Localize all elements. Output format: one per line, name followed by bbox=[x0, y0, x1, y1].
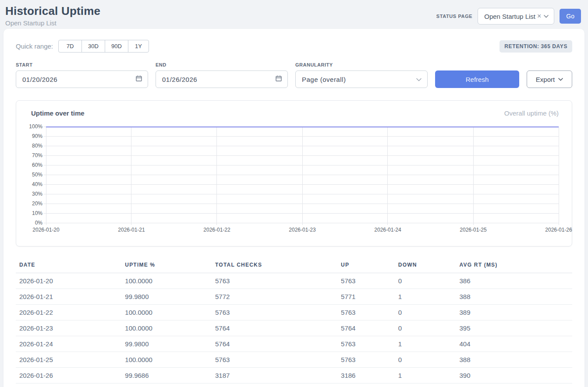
main-panel: Quick range: 7D30D90D1Y RETENTION: 365 D… bbox=[4, 29, 584, 387]
x-axis-tick-label: 2026-01-23 bbox=[289, 227, 315, 233]
filters-row: START 01/20/2026 END 01/26/2026 GRANULAR… bbox=[16, 62, 572, 88]
table-column-header: DATE bbox=[16, 258, 121, 273]
end-date-value: 01/26/2026 bbox=[162, 76, 197, 83]
table-cell: 388 bbox=[456, 352, 572, 368]
table-column-header: AVG RT (MS) bbox=[456, 258, 572, 273]
table-cell: 5763 bbox=[212, 305, 337, 320]
table-cell: 5771 bbox=[337, 289, 395, 305]
table-row: 2026-01-2699.9686318731861390 bbox=[16, 368, 572, 383]
quick-range-30d[interactable]: 30D bbox=[81, 40, 105, 53]
chart-body: 100%90%80%70%60%50%40%30%20%10%0% bbox=[27, 127, 559, 223]
end-date-input[interactable]: 01/26/2026 bbox=[156, 70, 288, 88]
chart-x-axis: 2026-01-202026-01-212026-01-222026-01-23… bbox=[46, 226, 559, 236]
granularity-select[interactable]: Page (overall) bbox=[295, 70, 428, 88]
export-button[interactable]: Export bbox=[527, 70, 572, 88]
table-header-row: DATEUPTIME %TOTAL CHECKSUPDOWNAVG RT (MS… bbox=[16, 258, 572, 273]
y-axis-tick-label: 30% bbox=[32, 191, 43, 197]
start-date-group: START 01/20/2026 bbox=[16, 62, 148, 88]
y-axis-tick-label: 20% bbox=[32, 201, 43, 207]
table-cell: 390 bbox=[456, 368, 572, 383]
page-subtitle: Open Startup List bbox=[5, 19, 100, 27]
table-cell: 2026-01-20 bbox=[16, 273, 121, 289]
quick-range-7d[interactable]: 7D bbox=[58, 40, 82, 53]
page-header: Historical Uptime Open Startup List STAT… bbox=[0, 0, 588, 29]
chart-plot-area bbox=[46, 127, 559, 223]
table-cell: 1 bbox=[395, 336, 456, 352]
start-date-label: START bbox=[16, 62, 148, 67]
chart-legend: Overall uptime (%) bbox=[504, 109, 559, 117]
uptime-table: DATEUPTIME %TOTAL CHECKSUPDOWNAVG RT (MS… bbox=[16, 258, 572, 383]
calendar-icon[interactable] bbox=[135, 75, 142, 84]
table-cell: 389 bbox=[456, 305, 572, 320]
table-cell: 1 bbox=[395, 368, 456, 383]
quick-range-buttons: 7D30D90D1Y bbox=[58, 40, 149, 53]
start-date-value: 01/20/2026 bbox=[22, 76, 57, 83]
x-axis-tick-label: 2026-01-21 bbox=[118, 227, 145, 233]
table-cell: 2026-01-24 bbox=[16, 336, 121, 352]
table-header: DATEUPTIME %TOTAL CHECKSUPDOWNAVG RT (MS… bbox=[16, 258, 572, 273]
x-axis-tick-label: 2026-01-20 bbox=[32, 227, 59, 233]
header-controls: STATUS PAGE Open Startup List × Go bbox=[436, 8, 581, 25]
clear-selection-icon[interactable]: × bbox=[537, 13, 541, 20]
status-page-label: STATUS PAGE bbox=[436, 14, 472, 19]
y-axis-tick-label: 80% bbox=[32, 143, 43, 149]
table-row: 2026-01-20100.0000576357630386 bbox=[16, 273, 572, 289]
table-cell: 100.0000 bbox=[121, 305, 212, 320]
table-cell: 3186 bbox=[337, 368, 395, 383]
table-row: 2026-01-22100.0000576357630389 bbox=[16, 305, 572, 320]
page-title: Historical Uptime bbox=[5, 4, 100, 18]
y-axis-tick-label: 100% bbox=[29, 123, 43, 130]
table-cell: 5764 bbox=[212, 336, 337, 352]
table-cell: 395 bbox=[456, 320, 572, 336]
status-page-selected-value: Open Startup List bbox=[484, 13, 535, 20]
end-date-label: END bbox=[156, 62, 288, 67]
refresh-button[interactable]: Refresh bbox=[435, 70, 519, 88]
table-row: 2026-01-2199.9800577257711388 bbox=[16, 289, 572, 305]
table-cell: 5764 bbox=[212, 320, 337, 336]
table-cell: 5763 bbox=[337, 352, 395, 368]
table-column-header: TOTAL CHECKS bbox=[212, 258, 337, 273]
table-cell: 5763 bbox=[212, 352, 337, 368]
uptime-line-series bbox=[46, 127, 559, 223]
quick-range-1y[interactable]: 1Y bbox=[128, 40, 149, 53]
table-cell: 2026-01-22 bbox=[16, 305, 121, 320]
x-axis-tick-label: 2026-01-26 bbox=[545, 227, 572, 233]
table-column-header: UP bbox=[337, 258, 395, 273]
quick-range-label: Quick range: bbox=[16, 42, 53, 50]
retention-badge: RETENTION: 365 DAYS bbox=[499, 40, 572, 53]
export-button-label: Export bbox=[536, 76, 555, 83]
table-cell: 100.0000 bbox=[121, 352, 212, 368]
chevron-down-icon bbox=[416, 78, 421, 81]
calendar-icon[interactable] bbox=[275, 75, 282, 84]
table-cell: 0 bbox=[395, 320, 456, 336]
table-cell: 2026-01-21 bbox=[16, 289, 121, 305]
table-row: 2026-01-2499.9800576457631404 bbox=[16, 336, 572, 352]
table-cell: 100.0000 bbox=[121, 320, 212, 336]
y-axis-tick-label: 40% bbox=[32, 181, 43, 187]
quick-range-90d[interactable]: 90D bbox=[105, 40, 128, 53]
table-column-header: UPTIME % bbox=[121, 258, 212, 273]
go-button[interactable]: Go bbox=[560, 9, 581, 24]
x-axis-tick-label: 2026-01-24 bbox=[374, 227, 401, 233]
granularity-label: GRANULARITY bbox=[295, 62, 428, 67]
uptime-chart-card: Uptime over time Overall uptime (%) 100%… bbox=[16, 100, 572, 246]
y-axis-tick-label: 0% bbox=[35, 220, 43, 226]
table-cell: 99.9800 bbox=[121, 289, 212, 305]
table-cell: 5764 bbox=[337, 320, 395, 336]
table-cell: 0 bbox=[395, 273, 456, 289]
x-axis-tick-label: 2026-01-22 bbox=[203, 227, 230, 233]
table-row: 2026-01-25100.0000576357630388 bbox=[16, 352, 572, 368]
table-cell: 100.0000 bbox=[121, 273, 212, 289]
start-date-input[interactable]: 01/20/2026 bbox=[16, 70, 148, 88]
table-row: 2026-01-23100.0000576457640395 bbox=[16, 320, 572, 336]
table-cell: 2026-01-23 bbox=[16, 320, 121, 336]
status-page-select[interactable]: Open Startup List × bbox=[478, 8, 554, 25]
table-cell: 5763 bbox=[337, 305, 395, 320]
table-column-header: DOWN bbox=[395, 258, 456, 273]
table-cell: 5763 bbox=[337, 336, 395, 352]
chart-header: Uptime over time Overall uptime (%) bbox=[27, 109, 559, 117]
page-heading-block: Historical Uptime Open Startup List bbox=[5, 4, 100, 27]
table-cell: 5772 bbox=[212, 289, 337, 305]
table-cell: 2026-01-25 bbox=[16, 352, 121, 368]
table-cell: 0 bbox=[395, 352, 456, 368]
